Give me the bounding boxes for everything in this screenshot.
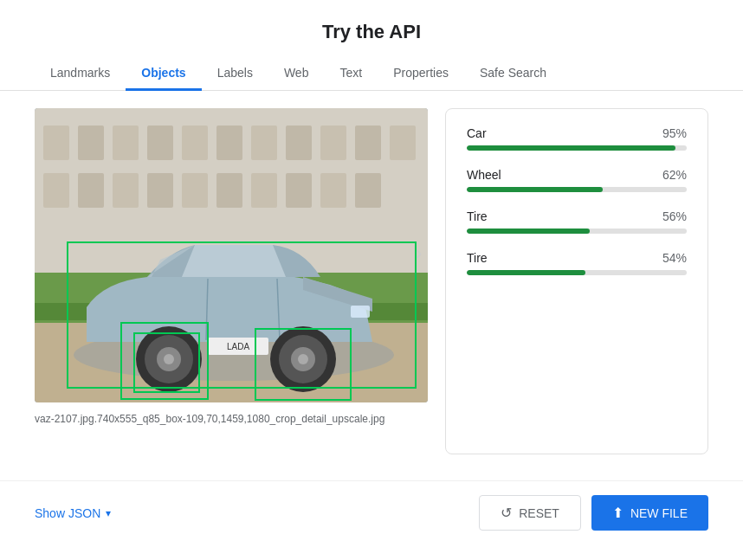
svg-rect-2	[43, 126, 69, 160]
svg-rect-18	[216, 173, 242, 208]
main-content: LADA › vaz-2107.jpg.740x555_q85_box-109,…	[0, 108, 743, 480]
svg-rect-21	[320, 173, 346, 208]
progress-fill-tire2	[467, 270, 585, 275]
svg-rect-19	[251, 173, 277, 208]
car-image: LADA ›	[35, 108, 428, 402]
svg-rect-4	[113, 126, 139, 160]
image-wrapper: LADA ›	[35, 108, 428, 402]
image-filename: vaz-2107.jpg.740x555_q85_box-109,70,1459…	[35, 409, 428, 428]
progress-track-car	[467, 145, 687, 151]
show-json-label: Show JSON	[35, 506, 100, 520]
svg-rect-14	[78, 173, 104, 208]
tab-labels[interactable]: Labels	[202, 57, 268, 91]
svg-text:LADA: LADA	[227, 342, 249, 351]
result-label-tire1: Tire	[467, 209, 488, 223]
progress-fill-wheel	[467, 187, 603, 192]
svg-rect-12	[390, 126, 416, 160]
results-section: Car 95% Wheel 62% Tire 56%	[445, 108, 708, 454]
svg-point-32	[164, 354, 174, 364]
svg-rect-39	[351, 306, 370, 318]
reset-label: RESET	[519, 506, 559, 520]
tab-properties[interactable]: Properties	[378, 57, 464, 91]
footer-buttons: ↺ RESET ⬆ NEW FILE	[479, 495, 708, 531]
svg-rect-11	[355, 126, 381, 160]
svg-rect-8	[251, 126, 277, 160]
svg-rect-9	[286, 126, 312, 160]
tab-text[interactable]: Text	[324, 57, 378, 91]
new-file-button[interactable]: ⬆ NEW FILE	[591, 495, 708, 531]
svg-point-36	[298, 354, 308, 364]
tab-web[interactable]: Web	[268, 57, 325, 91]
reset-button[interactable]: ↺ RESET	[479, 495, 581, 531]
tab-landmarks[interactable]: Landmarks	[35, 57, 126, 91]
page-title: Try the API	[0, 0, 743, 57]
tab-safe-search[interactable]: Safe Search	[464, 57, 562, 91]
svg-rect-15	[113, 173, 139, 208]
result-item-wheel: Wheel 62%	[467, 168, 687, 192]
progress-fill-car	[467, 145, 675, 151]
result-percent-car: 95%	[662, 126, 687, 140]
svg-rect-5	[147, 126, 173, 160]
result-percent-tire2: 54%	[662, 251, 687, 265]
svg-rect-3	[78, 126, 104, 160]
reset-icon: ↺	[501, 505, 512, 521]
svg-rect-10	[320, 126, 346, 160]
result-item-tire2: Tire 54%	[467, 251, 687, 275]
show-json-toggle[interactable]: Show JSON ▾	[35, 506, 111, 520]
chevron-down-icon: ▾	[106, 507, 111, 519]
upload-icon: ⬆	[612, 505, 623, 521]
progress-track-tire2	[467, 270, 687, 275]
svg-rect-16	[147, 173, 173, 208]
progress-track-wheel	[467, 187, 687, 192]
svg-text:›: ›	[416, 242, 422, 264]
result-item-car: Car 95%	[467, 126, 687, 151]
progress-fill-tire1	[467, 229, 590, 234]
svg-rect-6	[182, 126, 208, 160]
result-label-car: Car	[467, 126, 487, 140]
svg-rect-7	[216, 126, 242, 160]
svg-rect-22	[355, 173, 381, 208]
svg-rect-13	[43, 173, 69, 208]
result-percent-tire1: 56%	[662, 209, 687, 223]
new-file-label: NEW FILE	[630, 506, 688, 520]
image-section: LADA › vaz-2107.jpg.740x555_q85_box-109,…	[35, 108, 428, 454]
tabs-bar: Landmarks Objects Labels Web Text Proper…	[0, 57, 743, 91]
result-label-wheel: Wheel	[467, 168, 501, 182]
result-percent-wheel: 62%	[662, 168, 687, 182]
result-label-tire2: Tire	[467, 251, 488, 265]
svg-rect-20	[286, 173, 312, 208]
tab-objects[interactable]: Objects	[126, 57, 201, 91]
result-item-tire1: Tire 56%	[467, 209, 687, 234]
svg-rect-17	[182, 173, 208, 208]
progress-track-tire1	[467, 229, 687, 234]
footer-bar: Show JSON ▾ ↺ RESET ⬆ NEW FILE	[0, 480, 743, 544]
